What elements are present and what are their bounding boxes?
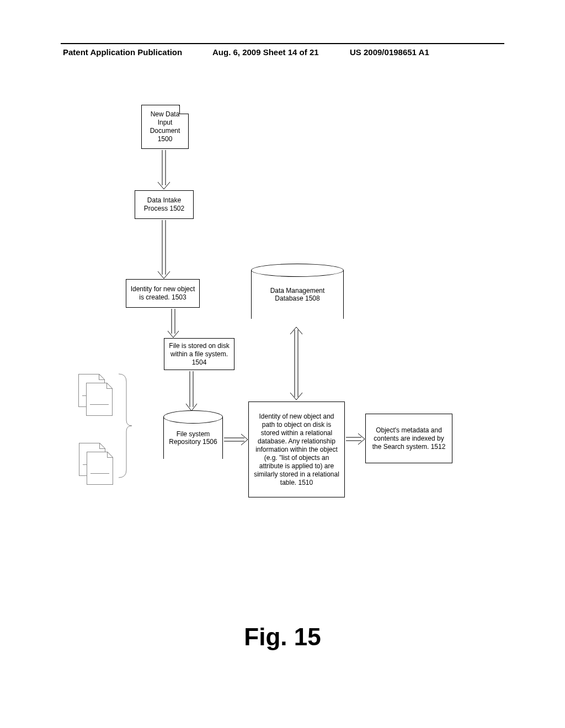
header-right: US 2009/0198651 A1 (350, 47, 429, 57)
node-1512-search-indexed: Object's metadata and contents are index… (365, 414, 452, 463)
node-1500-label: New Data Input Document 1500 (145, 110, 185, 143)
header-rule (61, 43, 504, 44)
node-1510-label: Identity of new object and path to objec… (252, 413, 341, 487)
header-left: Patent Application Publication (63, 47, 182, 57)
doc-fold (179, 105, 189, 114)
node-1512-label: Object's metadata and contents are index… (369, 426, 449, 451)
node-1510-identity-relational: Identity of new object and path to objec… (248, 402, 345, 497)
node-1502-label: Data Intake Process 1502 (138, 196, 190, 213)
mini-doc-icon (86, 383, 113, 416)
cyl-top (251, 264, 344, 277)
mini-doc-icon (87, 452, 113, 485)
page: Patent Application Publication Aug. 6, 2… (0, 0, 565, 728)
node-1506-file-system-repository: File system Repository 1506 (163, 410, 223, 465)
figure-caption: Fig. 15 (0, 623, 565, 651)
cyl-body: Data Management Database 1508 (251, 270, 344, 319)
node-1502-data-intake-process: Data Intake Process 1502 (135, 190, 194, 219)
connectors (0, 0, 565, 728)
node-1508-data-management-database: Data Management Database 1508 (251, 264, 344, 325)
node-1503-label: Identity for new object is created. 1503 (130, 285, 196, 302)
node-1504-file-stored: File is stored on disk within a file sys… (164, 338, 234, 370)
node-1508-label: Data Management Database 1508 (256, 287, 339, 302)
node-1504-label: File is stored on disk within a file sys… (168, 342, 231, 367)
node-1503-identity-created: Identity for new object is created. 1503 (126, 279, 200, 308)
header-center: Aug. 6, 2009 Sheet 14 of 21 (212, 47, 319, 57)
node-1500-new-data-input-document: New Data Input Document 1500 (141, 105, 189, 149)
cyl-top (163, 410, 223, 424)
node-1506-label: File system Repository 1506 (168, 430, 218, 446)
